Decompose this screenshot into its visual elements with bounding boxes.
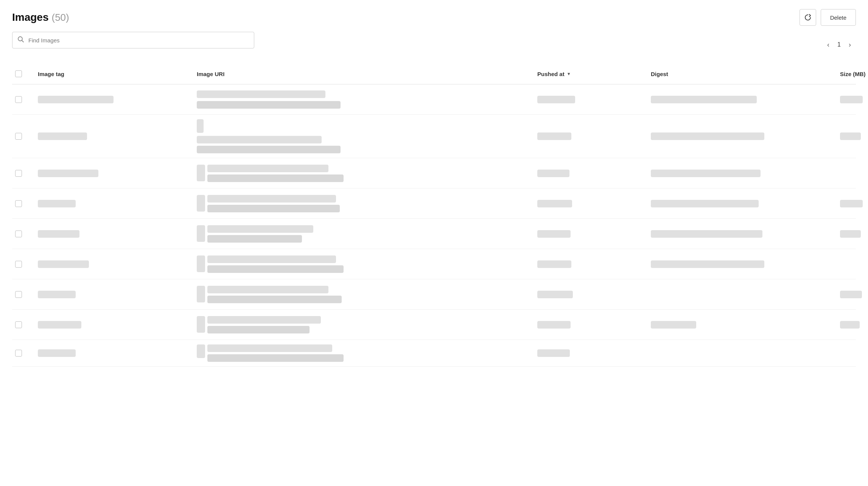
table-row (12, 310, 856, 340)
cell-image-tag (35, 226, 194, 242)
cell-checkbox (12, 92, 35, 107)
row-checkbox[interactable] (15, 200, 22, 207)
refresh-button[interactable] (800, 9, 816, 26)
row-checkbox[interactable] (15, 170, 22, 177)
table-header: Image tag Image URI Pushed at ▼ Digest S… (12, 67, 856, 84)
cell-digest (648, 316, 837, 333)
cell-size (837, 169, 868, 178)
cell-digest (648, 195, 837, 212)
page-header: Images (50) Delete (12, 9, 856, 26)
cell-size (837, 260, 868, 269)
header-left: Images (50) (12, 11, 69, 23)
table-row (12, 279, 856, 310)
cell-image-tag (35, 316, 194, 333)
cell-image-uri (194, 160, 534, 187)
cell-image-tag (35, 195, 194, 212)
cell-pushed-at (534, 195, 648, 212)
table-row (12, 219, 856, 249)
cell-digest (648, 91, 837, 108)
header-actions: Delete (800, 9, 856, 26)
cell-checkbox (12, 345, 35, 361)
row-checkbox[interactable] (15, 291, 22, 298)
cell-size (837, 128, 868, 145)
col-header-image-tag: Image tag (35, 67, 194, 81)
cell-digest (648, 165, 837, 182)
cell-size (837, 91, 868, 108)
cell-checkbox (12, 128, 35, 144)
cell-pushed-at (534, 345, 648, 361)
cell-image-uri (194, 281, 534, 308)
images-table: Image tag Image URI Pushed at ▼ Digest S… (12, 67, 856, 367)
page-number: 1 (837, 41, 841, 48)
page-title: Images (12, 11, 49, 23)
next-page-button[interactable]: › (844, 39, 856, 51)
cell-pushed-at (534, 256, 648, 273)
row-checkbox[interactable] (15, 133, 22, 140)
row-checkbox[interactable] (15, 231, 22, 237)
cell-image-tag (35, 91, 194, 108)
cell-pushed-at (534, 286, 648, 303)
table-row (12, 84, 856, 115)
prev-page-button[interactable]: ‹ (822, 39, 834, 51)
cell-image-uri (194, 312, 534, 338)
page-container: Images (50) Delete (0, 0, 868, 486)
row-checkbox[interactable] (15, 96, 22, 103)
cell-pushed-at (534, 165, 648, 182)
table-row (12, 340, 856, 367)
col-header-pushed-at[interactable]: Pushed at ▼ (534, 67, 648, 81)
row-checkbox[interactable] (15, 261, 22, 268)
col-header-digest: Digest (648, 67, 837, 81)
cell-digest (648, 286, 837, 303)
row-checkbox[interactable] (15, 321, 22, 328)
table-row (12, 249, 856, 279)
cell-size (837, 195, 868, 212)
cell-image-tag (35, 256, 194, 273)
table-rows (12, 84, 856, 367)
cell-image-tag (35, 286, 194, 303)
cell-size (837, 286, 868, 303)
cell-pushed-at (534, 226, 648, 242)
cell-image-tag (35, 345, 194, 361)
cell-pushed-at (534, 316, 648, 333)
cell-checkbox (12, 287, 35, 302)
cell-size (837, 349, 868, 358)
cell-image-uri (194, 86, 534, 113)
col-header-size[interactable]: Size (MB) ▽ (837, 67, 868, 81)
cell-checkbox (12, 165, 35, 181)
cell-digest (648, 226, 837, 242)
cell-checkbox (12, 226, 35, 242)
cell-checkbox (12, 317, 35, 333)
table-row (12, 188, 856, 219)
cell-digest (648, 256, 837, 273)
cell-size (837, 226, 868, 242)
cell-image-uri (194, 251, 534, 277)
image-count: (50) (52, 12, 69, 23)
controls-row: ‹ 1 › (12, 32, 856, 58)
table-row (12, 158, 856, 188)
col-header-image-uri: Image URI (194, 67, 534, 81)
search-input[interactable] (12, 32, 254, 48)
select-all-checkbox[interactable] (15, 70, 22, 77)
cell-image-uri (194, 221, 534, 247)
cell-digest (648, 128, 837, 145)
cell-pushed-at (534, 91, 648, 108)
delete-button[interactable]: Delete (821, 9, 856, 26)
cell-digest (648, 349, 837, 358)
cell-image-tag (35, 165, 194, 182)
cell-checkbox (12, 256, 35, 272)
cell-checkbox (12, 196, 35, 212)
cell-image-uri (194, 115, 534, 158)
pagination: ‹ 1 › (822, 39, 856, 51)
table-row (12, 115, 856, 158)
cell-size (837, 316, 868, 333)
cell-image-uri (194, 190, 534, 217)
pushed-at-sort-icon: ▼ (567, 72, 571, 76)
cell-pushed-at (534, 128, 648, 145)
search-container (12, 32, 254, 48)
col-header-checkbox (12, 67, 35, 81)
row-checkbox[interactable] (15, 350, 22, 357)
cell-image-tag (35, 128, 194, 145)
cell-image-uri (194, 340, 534, 366)
